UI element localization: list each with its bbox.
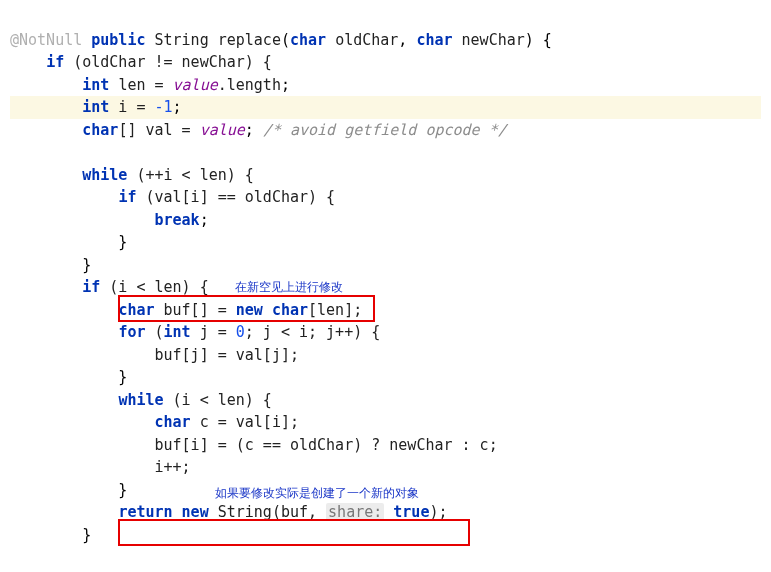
kw-true: true xyxy=(384,503,429,521)
kw-if: if xyxy=(118,188,136,206)
num-neg1: -1 xyxy=(155,98,173,116)
param-type-2: char xyxy=(416,31,452,49)
kw-char: char xyxy=(82,121,118,139)
for-jdecl: j = xyxy=(191,323,236,341)
kw-char: char xyxy=(118,301,154,319)
kw-public: public xyxy=(91,31,145,49)
kw-char: char xyxy=(155,413,191,431)
param-name-2: newChar xyxy=(462,31,525,49)
for-open: ( xyxy=(145,323,163,341)
val-decl: [] val = xyxy=(118,121,199,139)
i-inc: i++; xyxy=(155,458,191,476)
buf-len: [len]; xyxy=(308,301,362,319)
kw-int: int xyxy=(164,323,191,341)
assign-op: = xyxy=(145,76,172,94)
len-name: len xyxy=(118,76,145,94)
ret-close: ); xyxy=(429,503,447,521)
num-zero: 0 xyxy=(236,323,245,341)
kw-return: return xyxy=(118,503,172,521)
kw-while: while xyxy=(118,391,163,409)
if-cond-1: (oldChar != newChar) { xyxy=(73,53,272,71)
kw-int: int xyxy=(82,76,109,94)
annotation: @NotNull xyxy=(10,31,82,49)
buf-decl: buf[] = xyxy=(155,301,236,319)
kw-int: int xyxy=(82,98,109,116)
code-block: @NotNull public String replace(char oldC… xyxy=(0,0,771,572)
if-cond-2: (val[i] == oldChar) { xyxy=(136,188,335,206)
annotation-note-bottom: 如果要修改实际是创建了一个新的对象 xyxy=(215,484,419,502)
while-cond-2: (i < len) { xyxy=(164,391,272,409)
param-type-1: char xyxy=(290,31,326,49)
buf-assign: buf[i] = (c == oldChar) ? newChar : c; xyxy=(155,436,498,454)
code-content: @NotNull public String replace(char oldC… xyxy=(10,29,761,547)
while-cond-1: (++i < len) { xyxy=(127,166,253,184)
param-hint-share: share: xyxy=(326,503,384,521)
param-name-1: oldChar xyxy=(335,31,398,49)
value-field: value xyxy=(173,76,218,94)
buf-type: char xyxy=(263,301,308,319)
kw-for: for xyxy=(118,323,145,341)
kw-new: new xyxy=(236,301,263,319)
if-cond-3: (i < len) { xyxy=(100,278,208,296)
highlighted-line: int i = -1; xyxy=(10,96,761,119)
annotation-note-top: 在新空见上进行修改 xyxy=(235,278,343,296)
length-access: .length xyxy=(218,76,281,94)
c-decl: c = val[i]; xyxy=(191,413,299,431)
for-body: buf[j] = val[j]; xyxy=(155,346,300,364)
kw-if: if xyxy=(82,278,100,296)
ret-type: String(buf, xyxy=(209,503,326,521)
return-type: String xyxy=(155,31,209,49)
method-name: replace xyxy=(218,31,281,49)
kw-if: if xyxy=(46,53,64,71)
kw-break: break xyxy=(155,211,200,229)
kw-while: while xyxy=(82,166,127,184)
comment-getfield: /* avoid getfield opcode */ xyxy=(263,121,507,139)
for-cond: ; j < i; j++) { xyxy=(245,323,380,341)
i-decl: i = xyxy=(109,98,154,116)
value-field: value xyxy=(200,121,245,139)
kw-new: new xyxy=(173,503,209,521)
